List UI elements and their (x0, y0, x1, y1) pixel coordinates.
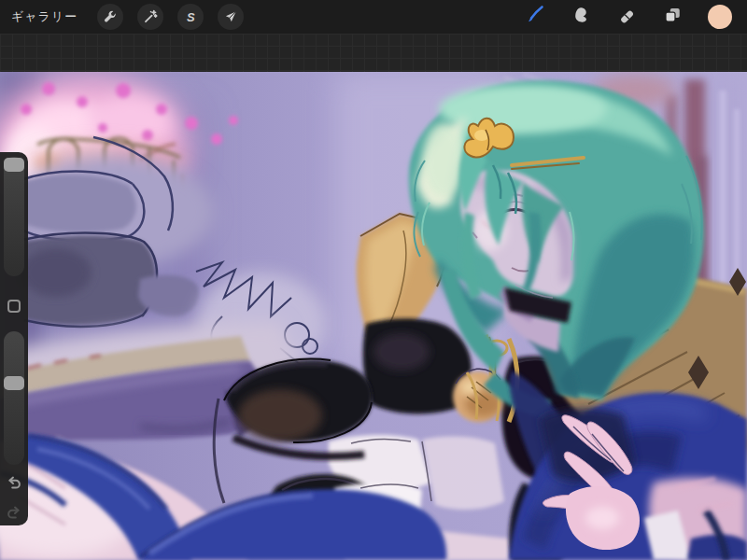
selection-s-icon: S (187, 11, 195, 23)
smudge-finger-icon (571, 6, 590, 28)
brush-size-slider[interactable] (4, 157, 24, 276)
gallery-button[interactable]: ギャラリー (11, 8, 78, 25)
eraser-icon (617, 6, 636, 28)
smudge-button[interactable] (571, 7, 591, 27)
redo-button[interactable] (5, 504, 23, 523)
undo-button[interactable] (5, 474, 23, 493)
canvas-background-grid (0, 34, 747, 72)
redo-arrow-icon (5, 510, 23, 525)
opacity-handle[interactable] (4, 376, 24, 390)
magic-wand-icon (143, 9, 158, 24)
transform-arrow-icon (223, 9, 238, 24)
actions-button[interactable] (97, 4, 123, 30)
paintbrush-icon (525, 5, 545, 29)
top-toolbar: ギャラリー S (0, 0, 747, 34)
transform-button[interactable] (218, 4, 244, 30)
current-color-swatch[interactable] (708, 5, 732, 29)
brush-size-handle[interactable] (4, 158, 24, 172)
opacity-slider[interactable] (4, 331, 24, 465)
erase-button[interactable] (616, 7, 637, 27)
undo-arrow-icon (5, 480, 23, 496)
wrench-icon (103, 9, 118, 24)
adjustments-button[interactable] (137, 4, 163, 30)
paint-button[interactable] (525, 7, 545, 27)
artwork-canvas[interactable] (0, 72, 747, 560)
modify-button[interactable] (7, 300, 21, 313)
layers-icon (663, 6, 682, 28)
layers-button[interactable] (662, 7, 683, 27)
side-toolbar (0, 152, 28, 525)
selection-button[interactable]: S (177, 4, 204, 30)
